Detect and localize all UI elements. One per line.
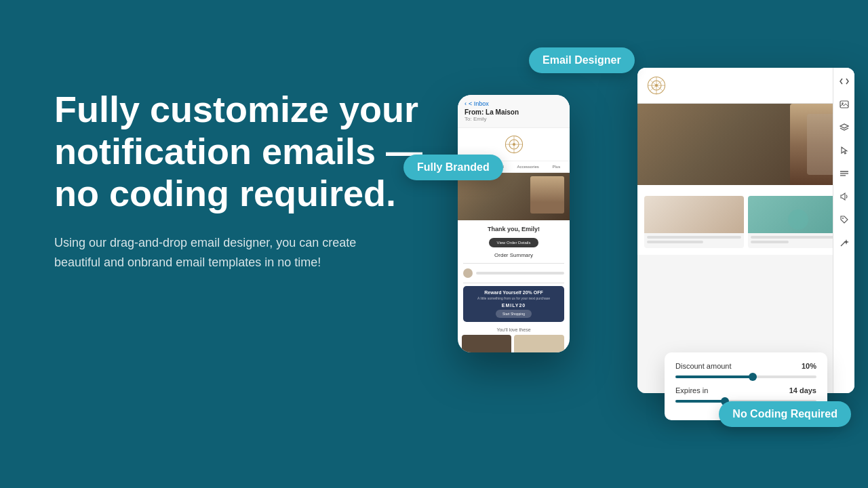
mobile-promo-desc: A little something from us for your next… <box>469 296 559 300</box>
mobile-promo-code: EMILY20 <box>469 303 559 308</box>
editor-toolbar <box>833 68 854 393</box>
left-content: Fully customize your notification emails… <box>54 88 434 272</box>
list-icon[interactable] <box>839 168 850 179</box>
mobile-order-summary: Order Summary <box>458 250 570 260</box>
email-designer-tooltip: Email Designer <box>529 47 635 73</box>
product-line-short <box>647 241 703 243</box>
discount-slider-thumb[interactable] <box>749 373 757 381</box>
no-coding-label: No Coding Required <box>732 408 837 420</box>
mobile-product-thumb-2 <box>514 335 564 352</box>
editor-body <box>637 104 854 393</box>
product-info-1 <box>644 233 744 248</box>
product-line <box>647 236 741 239</box>
mobile-promo-title: Reward Yourself 20% OFF <box>469 290 559 295</box>
mobile-info-line <box>476 272 564 274</box>
discount-slider-fill <box>675 375 753 378</box>
mobile-nav-plus: Plus <box>552 165 560 169</box>
code-icon[interactable] <box>839 76 850 87</box>
mobile-promo-btn[interactable]: Start Shopping <box>496 310 532 318</box>
brand-logo <box>646 75 667 96</box>
mobile-user-row <box>458 266 570 280</box>
fully-branded-tooltip: Fully Branded <box>403 155 503 180</box>
layers-icon[interactable] <box>839 122 850 133</box>
megaphone-icon[interactable] <box>839 191 850 202</box>
product-line-2 <box>751 236 845 239</box>
mobile-nav-accessories: Accessories <box>517 165 538 169</box>
back-arrow-icon: ‹ <box>465 100 467 107</box>
mobile-hero-hat <box>530 176 564 214</box>
mobile-from: From: La Maison <box>465 108 563 116</box>
editor-header <box>637 68 854 104</box>
mobile-header: ‹ < Inbox From: La Maison To: Emily <box>458 95 570 128</box>
mobile-divider-1 <box>463 263 564 264</box>
product-grid <box>644 196 848 248</box>
mobile-to: To: Emily <box>465 116 563 122</box>
cursor-icon[interactable] <box>839 145 850 156</box>
magic-icon[interactable] <box>839 237 850 248</box>
svg-point-18 <box>512 143 515 146</box>
expires-value: 14 days <box>789 386 816 394</box>
mobile-preview: ‹ < Inbox From: La Maison To: Emily Bags <box>458 95 570 352</box>
mobile-you-love: You'll love these <box>458 325 570 335</box>
expires-label: Expires in <box>675 386 708 394</box>
expires-slider-fill <box>675 400 725 403</box>
discount-amount-label: Discount amount <box>675 362 732 370</box>
editor-canvas <box>637 104 854 393</box>
mobile-back-btn[interactable]: ‹ < Inbox <box>465 100 563 107</box>
fully-branded-label: Fully Branded <box>417 161 490 173</box>
no-coding-required-tooltip: No Coding Required <box>719 401 851 427</box>
expires-row: Expires in 14 days <box>675 386 816 394</box>
discount-amount-value: 10% <box>802 362 816 370</box>
subtext: Using our drag-and-drop email designer, … <box>54 233 393 272</box>
right-content: Discount amount 10% Expires in 14 days ‹… <box>393 41 868 461</box>
mobile-promo-block: Reward Yourself 20% OFF A little somethi… <box>463 286 564 322</box>
svg-point-6 <box>655 84 658 87</box>
mobile-product-row <box>458 335 570 352</box>
svg-point-8 <box>842 102 843 104</box>
product-card-1 <box>644 196 744 248</box>
email-designer-label: Email Designer <box>542 54 621 66</box>
mobile-product-thumb-1 <box>462 335 511 352</box>
hero-image <box>637 104 854 185</box>
email-editor-panel <box>637 68 854 393</box>
mobile-view-order-btn[interactable]: View Order Details <box>489 238 539 247</box>
mobile-thank-you: Thank you, Emily! <box>458 220 570 235</box>
product-line-shorter <box>751 241 789 243</box>
tag-icon[interactable] <box>839 214 850 225</box>
headline: Fully customize your notification emails… <box>54 88 434 214</box>
product-img-1 <box>644 196 744 233</box>
mobile-avatar <box>463 268 473 278</box>
svg-point-12 <box>842 218 844 219</box>
image-icon[interactable] <box>839 99 850 110</box>
discount-amount-row: Discount amount 10% <box>675 362 816 370</box>
mobile-divider-2 <box>463 283 564 283</box>
inbox-label: < Inbox <box>469 100 489 107</box>
editor-content <box>637 185 854 255</box>
svg-rect-7 <box>840 101 848 108</box>
discount-slider-track[interactable] <box>675 375 816 378</box>
